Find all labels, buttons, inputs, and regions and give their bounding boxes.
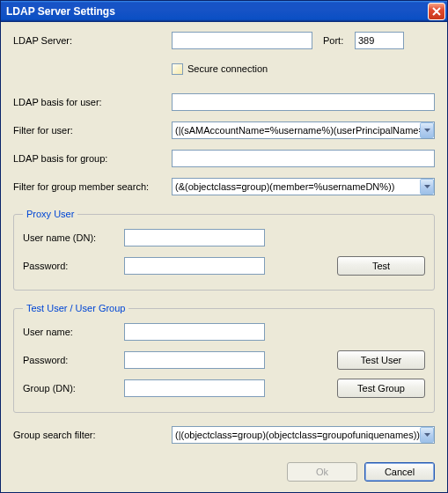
test-user-button[interactable]: Test User xyxy=(337,350,425,370)
proxy-user-group: Proxy User User name (DN): Password: Tes… xyxy=(13,209,435,291)
test-group-label: Group (DN): xyxy=(23,383,124,394)
basis-user-input[interactable] xyxy=(172,93,435,111)
dialog-footer: Ok Cancel xyxy=(13,455,435,482)
port-input[interactable] xyxy=(355,32,404,49)
proxy-user-legend: Proxy User xyxy=(23,209,77,219)
test-button[interactable]: Test xyxy=(337,256,425,276)
filter-user-label: Filter for user: xyxy=(13,125,172,136)
ldap-server-input[interactable] xyxy=(172,32,312,49)
group-search-combo[interactable]: (|(objectclass=group)(objectclass=groupo… xyxy=(172,426,435,444)
chevron-down-icon xyxy=(420,179,434,195)
test-password-input[interactable] xyxy=(124,351,265,369)
filter-user-combo[interactable]: (|(sAMAccountName=%username%)(userPrinci… xyxy=(172,121,435,139)
basis-group-label: LDAP basis for group: xyxy=(13,153,172,164)
proxy-username-label: User name (DN): xyxy=(23,232,124,243)
test-username-input[interactable] xyxy=(124,323,265,341)
test-group-input[interactable] xyxy=(124,379,265,397)
close-button[interactable] xyxy=(428,3,445,20)
secure-connection-checkbox[interactable] xyxy=(172,63,183,75)
basis-group-input[interactable] xyxy=(172,150,435,167)
test-user-group: Test User / User Group User name: Passwo… xyxy=(13,303,435,413)
close-icon xyxy=(432,7,441,16)
dialog-content: LDAP Server: Port: Secure connection LDA… xyxy=(1,22,447,492)
test-user-legend: Test User / User Group xyxy=(23,303,129,313)
port-label: Port: xyxy=(323,35,355,46)
filter-user-value: (|(sAMAccountName=%username%)(userPrinci… xyxy=(175,125,420,136)
dialog-window: LDAP Server Settings LDAP Server: Port: … xyxy=(0,0,448,493)
titlebar: LDAP Server Settings xyxy=(1,1,447,22)
filter-group-member-combo[interactable]: (&(objectclass=group)(member=%usernameDN… xyxy=(172,178,435,195)
test-username-label: User name: xyxy=(23,327,124,337)
chevron-down-icon xyxy=(420,122,434,138)
filter-group-member-value: (&(objectclass=group)(member=%usernameDN… xyxy=(175,181,420,192)
test-password-label: Password: xyxy=(23,355,124,365)
window-title: LDAP Server Settings xyxy=(6,5,428,18)
proxy-password-input[interactable] xyxy=(124,257,265,275)
test-group-button[interactable]: Test Group xyxy=(337,379,425,398)
chevron-down-icon xyxy=(420,427,434,443)
proxy-username-input[interactable] xyxy=(124,229,265,246)
group-search-value: (|(objectclass=group)(objectclass=groupo… xyxy=(175,430,420,440)
filter-group-member-label: Filter for group member search: xyxy=(13,181,172,192)
ok-button: Ok xyxy=(287,462,357,482)
ldap-server-label: LDAP Server: xyxy=(13,35,172,46)
cancel-button[interactable]: Cancel xyxy=(364,462,435,482)
proxy-password-label: Password: xyxy=(23,261,124,271)
group-search-label: Group search filter: xyxy=(13,430,172,440)
secure-connection-label: Secure connection xyxy=(187,63,268,74)
basis-user-label: LDAP basis for user: xyxy=(13,97,172,107)
